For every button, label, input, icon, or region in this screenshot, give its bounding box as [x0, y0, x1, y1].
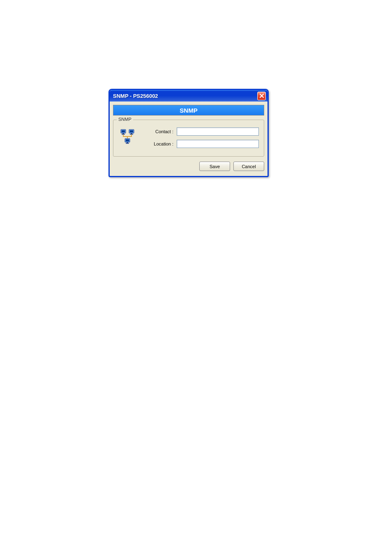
group-content: Contact : Location :	[118, 127, 259, 148]
contact-input[interactable]	[177, 127, 259, 136]
titlebar-text: SNMP - PS256002	[113, 93, 158, 99]
header-banner: SNMP	[113, 105, 264, 116]
svg-rect-5	[130, 130, 133, 132]
groupbox-title: SNMP	[117, 117, 133, 122]
dialog-content: SNMP SNMP	[110, 102, 267, 176]
contact-label: Contact :	[145, 129, 173, 134]
close-button[interactable]	[257, 92, 266, 100]
form-rows: Contact : Location :	[145, 127, 259, 148]
svg-rect-9	[126, 139, 129, 141]
save-button[interactable]: Save	[199, 162, 230, 171]
location-row: Location :	[145, 140, 259, 148]
button-row: Save Cancel	[113, 162, 264, 171]
close-icon	[259, 93, 264, 98]
svg-rect-2	[122, 133, 124, 134]
cancel-button[interactable]: Cancel	[233, 162, 264, 171]
svg-rect-10	[127, 142, 128, 143]
location-input[interactable]	[177, 140, 259, 148]
svg-rect-6	[131, 133, 132, 134]
snmp-dialog: SNMP - PS256002 SNMP SNMP	[108, 89, 269, 177]
svg-rect-11	[126, 143, 129, 144]
contact-row: Contact :	[145, 127, 259, 136]
svg-rect-1	[122, 130, 125, 132]
titlebar[interactable]: SNMP - PS256002	[110, 90, 267, 102]
location-label: Location :	[145, 141, 173, 146]
snmp-groupbox: SNMP	[113, 120, 264, 157]
network-icon	[120, 128, 136, 145]
header-banner-text: SNMP	[180, 107, 197, 114]
